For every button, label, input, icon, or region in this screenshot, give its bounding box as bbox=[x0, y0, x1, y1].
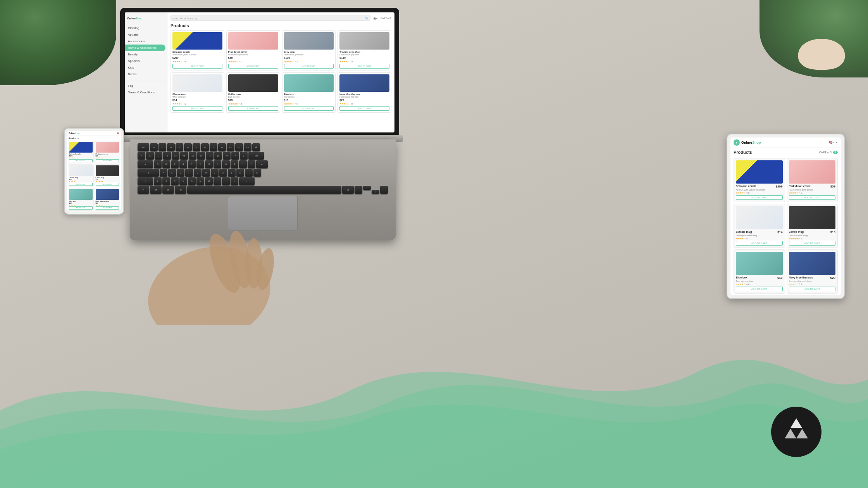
key-6[interactable]: &6 bbox=[189, 152, 196, 160]
key-arrow-right[interactable]: → bbox=[380, 186, 388, 194]
phone-add-to-cart-classic-mug[interactable]: ADD TO CART bbox=[69, 183, 93, 186]
key-k[interactable]: K bbox=[219, 169, 227, 177]
key-slash[interactable]: - bbox=[231, 177, 238, 185]
sidebar-item-apparel[interactable]: Apparel bbox=[125, 31, 167, 38]
key-enter[interactable]: ↵ bbox=[256, 160, 268, 168]
tablet-add-to-cart-pink-duvet[interactable]: ADD TO CART bbox=[789, 195, 836, 200]
key-cmd-right[interactable]: ⌘ bbox=[342, 186, 354, 194]
tablet-add-to-cart-coffee-mug[interactable]: ADD TO CART bbox=[789, 241, 836, 246]
key-d[interactable]: D bbox=[177, 169, 184, 177]
key-f4[interactable]: F4 bbox=[176, 143, 183, 151]
laptop-search-bar[interactable]: search in online shop 🔍 bbox=[170, 15, 370, 21]
key-t[interactable]: T bbox=[188, 160, 196, 168]
key-arrow-down[interactable]: ↓ bbox=[372, 190, 379, 194]
key-q[interactable]: Q bbox=[154, 160, 162, 168]
key-j[interactable]: J bbox=[211, 169, 219, 177]
key-backspace[interactable]: ⌫ bbox=[248, 152, 264, 160]
key-rbracket[interactable]: * bbox=[248, 160, 255, 168]
key-f7[interactable]: F7 bbox=[201, 143, 209, 151]
key-0[interactable]: =0 bbox=[223, 152, 231, 160]
key-3[interactable]: ·3 bbox=[163, 152, 171, 160]
key-f3[interactable]: F3 bbox=[167, 143, 175, 151]
key-9[interactable]: )9 bbox=[214, 152, 222, 160]
key-space[interactable] bbox=[187, 186, 341, 194]
add-to-cart-pink-duvet[interactable]: ADD TO CART bbox=[228, 64, 278, 69]
key-fn[interactable]: fn bbox=[138, 186, 149, 194]
phone-add-to-cart-sofa[interactable]: ADD TO CART bbox=[69, 159, 93, 162]
key-power[interactable]: ⏻ bbox=[252, 143, 260, 151]
key-z[interactable]: Z bbox=[154, 177, 162, 185]
key-f5[interactable]: F5 bbox=[184, 143, 192, 151]
add-to-cart-coffee-mug[interactable]: ADD TO CART bbox=[228, 106, 278, 111]
sidebar-item-clothing[interactable]: Clothing bbox=[125, 25, 167, 31]
key-lbracket[interactable]: ^ bbox=[239, 160, 247, 168]
sidebar-item-books[interactable]: Books bbox=[125, 71, 167, 77]
sidebar-item-home[interactable]: Home & Accessories bbox=[125, 45, 165, 51]
key-alt[interactable]: alt bbox=[162, 186, 174, 194]
key-p[interactable]: P bbox=[231, 160, 238, 168]
key-arrow-left[interactable]: ← bbox=[355, 186, 362, 194]
tablet-add-to-cart-blue-box[interactable]: ADD TO CART bbox=[736, 287, 783, 291]
key-lshift[interactable]: ⇧ bbox=[138, 177, 153, 185]
key-h[interactable]: H bbox=[202, 169, 210, 177]
laptop-cart[interactable]: CART of 2 bbox=[381, 17, 391, 19]
key-equals[interactable]: ¿ bbox=[240, 152, 248, 160]
key-a[interactable]: A bbox=[160, 169, 167, 177]
key-c[interactable]: C bbox=[171, 177, 179, 185]
tablet-cart-label[interactable]: CART of 3 2 bbox=[819, 151, 838, 154]
tablet-close-btn[interactable]: ✕ bbox=[835, 141, 838, 144]
key-f2[interactable]: F2 bbox=[158, 143, 166, 151]
key-tab[interactable]: ⇥ bbox=[138, 160, 153, 168]
key-arrow-up[interactable]: ↑ bbox=[363, 186, 371, 190]
tablet-add-to-cart-classic-mug[interactable]: ADD TO CART bbox=[736, 241, 783, 246]
tablet-add-to-cart-navy-thermos[interactable]: ADD TO CART bbox=[789, 287, 836, 291]
key-minus[interactable]: ? bbox=[231, 152, 239, 160]
add-to-cart-classic-mug[interactable]: ADD TO CART bbox=[172, 106, 222, 111]
sidebar-item-faq[interactable]: Faq bbox=[125, 82, 167, 89]
key-semicolon[interactable]: -{ bbox=[245, 169, 253, 177]
key-f[interactable]: F bbox=[185, 169, 193, 177]
phone-add-to-cart-navy-thermos[interactable]: ADD TO CART bbox=[96, 206, 119, 210]
key-f12[interactable]: F12 bbox=[244, 143, 251, 151]
key-r[interactable]: R bbox=[179, 160, 187, 168]
phone-add-to-cart-pink-duvet[interactable]: ADD TO CART bbox=[96, 159, 119, 162]
sidebar-item-accessories[interactable]: Accessories bbox=[125, 38, 167, 45]
key-w[interactable]: W bbox=[162, 160, 170, 168]
key-u[interactable]: U bbox=[205, 160, 213, 168]
key-x[interactable]: X bbox=[162, 177, 170, 185]
key-n-tilde[interactable]: Ñ bbox=[236, 169, 244, 177]
key-v[interactable]: V bbox=[179, 177, 187, 185]
key-f9[interactable]: F9 bbox=[218, 143, 226, 151]
key-f1[interactable]: F1 bbox=[150, 143, 158, 151]
key-comma[interactable]: , bbox=[214, 177, 221, 185]
sidebar-item-kids[interactable]: Kids bbox=[125, 64, 167, 71]
key-5[interactable]: %5 bbox=[180, 152, 188, 160]
key-f11[interactable]: F11 bbox=[235, 143, 243, 151]
key-1[interactable]: !1 bbox=[146, 152, 154, 160]
key-b[interactable]: B bbox=[188, 177, 196, 185]
key-8[interactable]: (8 bbox=[206, 152, 214, 160]
key-quote[interactable]: Ç} bbox=[253, 169, 261, 177]
key-ctrl[interactable]: ctrl bbox=[150, 186, 162, 194]
key-capslock[interactable]: ⇪ bbox=[138, 169, 159, 177]
key-g[interactable]: G bbox=[194, 169, 202, 177]
key-2[interactable]: "2 bbox=[155, 152, 162, 160]
laptop-trackpad[interactable] bbox=[228, 196, 298, 231]
key-rshift[interactable]: ⇧ bbox=[239, 177, 255, 185]
phone-add-to-cart-blue-box[interactable]: ADD TO CART bbox=[69, 206, 93, 210]
key-l[interactable]: L bbox=[228, 169, 236, 177]
key-f8[interactable]: F8 bbox=[210, 143, 217, 151]
add-to-cart-blue-box[interactable]: ADD TO CART bbox=[284, 106, 334, 111]
key-n[interactable]: N bbox=[196, 177, 204, 185]
key-4[interactable]: $4 bbox=[172, 152, 179, 160]
add-to-cart-grey-sofa[interactable]: ADD TO CART bbox=[284, 64, 334, 69]
key-7[interactable]: /7 bbox=[197, 152, 205, 160]
phone-add-to-cart-coffee-mug[interactable]: ADD TO CART bbox=[96, 183, 119, 186]
key-e[interactable]: E bbox=[171, 160, 179, 168]
key-esc[interactable]: esc bbox=[138, 143, 149, 151]
add-to-cart-navy-thermos[interactable]: ADD TO CART bbox=[339, 106, 389, 111]
key-backtick[interactable]: °\ bbox=[138, 152, 145, 160]
key-o[interactable]: O bbox=[222, 160, 230, 168]
sidebar-item-specials[interactable]: Specials bbox=[125, 58, 167, 64]
add-to-cart-grey-chair[interactable]: ADD TO CART bbox=[339, 64, 389, 69]
